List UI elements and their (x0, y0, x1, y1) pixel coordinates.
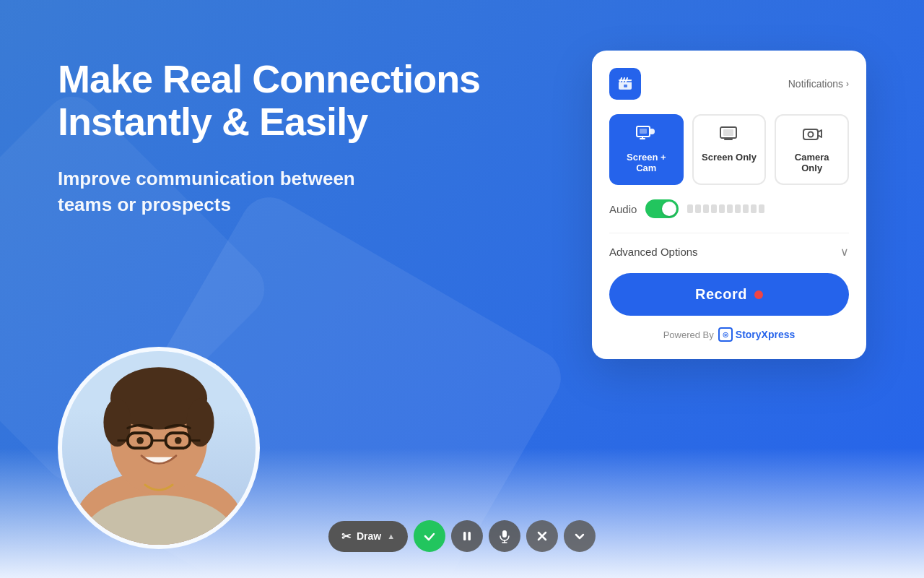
svg-rect-7 (803, 129, 818, 139)
camera-only-label: Camera Only (783, 152, 840, 173)
storyxpress-icon: ◎ (718, 327, 733, 342)
app-logo-icon (609, 68, 641, 100)
mic-button[interactable] (489, 520, 520, 552)
avatar-circle (58, 347, 260, 549)
pause-icon (460, 529, 474, 543)
check-icon (422, 529, 437, 543)
advanced-options-row[interactable]: Advanced Options ∨ (609, 245, 849, 259)
hero-title: Make Real Connections Instantly & Easily (58, 58, 592, 144)
record-dot-icon (754, 290, 763, 299)
mode-camera-only-button[interactable]: Camera Only (775, 114, 849, 185)
vol-bar-9 (751, 204, 757, 213)
vol-bar-6 (727, 204, 733, 213)
svg-rect-3 (640, 129, 647, 134)
advanced-options-label: Advanced Options (609, 246, 698, 258)
right-section: Notifications › Screen + Cam (592, 43, 866, 359)
hero-subtitle: Improve communication between teams or p… (58, 165, 404, 218)
toggle-knob (662, 202, 676, 216)
vol-bar-1 (687, 204, 693, 213)
vol-bar-2 (695, 204, 701, 213)
vol-bar-10 (759, 204, 764, 213)
divider (609, 233, 849, 233)
mode-screen-cam-button[interactable]: Screen + Cam (609, 114, 684, 185)
mode-buttons-group: Screen + Cam Screen Only (609, 114, 849, 185)
svg-point-21 (136, 437, 144, 444)
pause-button[interactable] (451, 520, 483, 552)
person-image (62, 351, 256, 545)
left-section: Make Real Connections Instantly & Easily… (58, 43, 592, 218)
svg-point-22 (175, 437, 182, 444)
svg-point-4 (649, 129, 655, 134)
draw-button[interactable]: ✂ Draw ▲ (328, 521, 408, 552)
vol-bar-5 (719, 204, 725, 213)
person-svg (62, 351, 256, 545)
screen-cam-label: Screen + Cam (618, 152, 675, 173)
screen-cam-icon (636, 126, 656, 146)
svg-rect-23 (463, 532, 466, 540)
close-icon (535, 529, 549, 543)
check-button[interactable] (414, 520, 445, 552)
screen-only-icon (719, 126, 739, 146)
svg-rect-6 (723, 129, 733, 136)
camera-only-icon (802, 126, 822, 146)
close-button[interactable] (526, 520, 558, 552)
vol-bar-4 (711, 204, 717, 213)
notifications-link[interactable]: Notifications › (788, 78, 849, 90)
draw-chevron-up-icon: ▲ (387, 532, 395, 540)
screen-only-label: Screen Only (702, 152, 757, 163)
clapperboard-icon (616, 75, 634, 92)
svg-point-8 (808, 132, 813, 137)
audio-section: Audio (609, 199, 849, 218)
recording-card: Notifications › Screen + Cam (592, 51, 866, 359)
notifications-chevron-icon: › (846, 79, 849, 89)
audio-toggle[interactable] (645, 199, 679, 218)
more-button[interactable] (564, 520, 596, 552)
scissors-icon: ✂ (341, 530, 351, 543)
storyxpress-logo: ◎ StoryXpress (718, 327, 795, 342)
bottom-toolbar: ✂ Draw ▲ (328, 520, 596, 552)
mode-screen-only-button[interactable]: Screen Only (692, 114, 767, 185)
audio-label: Audio (609, 203, 637, 215)
vol-bar-8 (743, 204, 749, 213)
card-header: Notifications › (609, 68, 849, 100)
vol-bar-7 (735, 204, 741, 213)
chevron-down-icon (572, 529, 587, 543)
powered-by: Powered By ◎ StoryXpress (609, 327, 849, 342)
volume-bars (687, 204, 764, 213)
svg-rect-25 (502, 530, 507, 538)
vol-bar-3 (703, 204, 709, 213)
record-button[interactable]: Record (609, 273, 849, 316)
microphone-icon (497, 529, 512, 543)
svg-rect-1 (624, 85, 627, 87)
svg-rect-24 (468, 532, 471, 540)
advanced-options-chevron-icon: ∨ (840, 245, 849, 259)
